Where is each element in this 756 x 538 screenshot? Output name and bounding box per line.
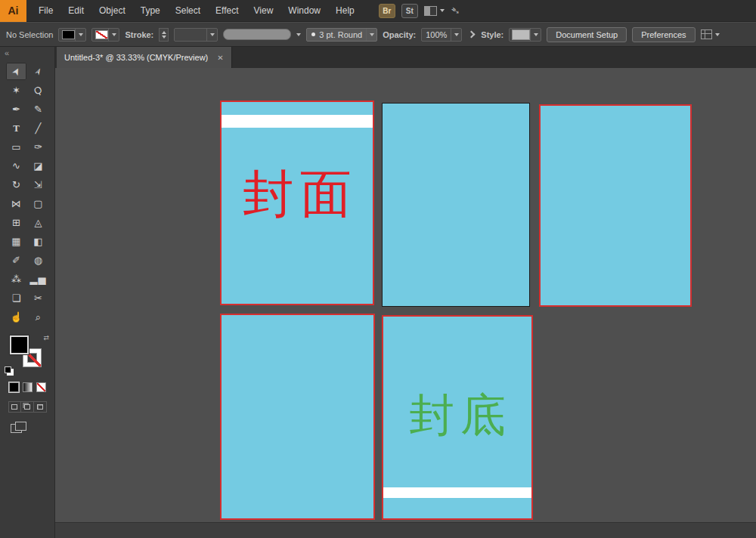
stroke-weight-dropdown[interactable]: [174, 28, 218, 42]
draw-behind-button[interactable]: [21, 401, 34, 413]
stroke-weight-caret: [206, 29, 217, 41]
document-tab[interactable]: Untitled-3* @ 33.33% (CMYK/Preview) ✕: [57, 47, 232, 68]
menu-file[interactable]: File: [31, 0, 60, 22]
gradient-button[interactable]: [23, 382, 33, 392]
share-icon[interactable]: ➴: [450, 3, 461, 18]
tool-width-tool[interactable]: ⋈: [6, 195, 26, 212]
direct-selection-tool-icon: ➢: [32, 66, 45, 78]
artboard-5[interactable]: 封底: [382, 315, 533, 520]
workspace-switcher[interactable]: [424, 6, 445, 16]
tool-mesh-tool[interactable]: ▦: [6, 233, 26, 250]
hand-tool-icon: ☝: [10, 312, 22, 322]
menu-effect[interactable]: Effect: [208, 0, 246, 22]
white-stripe-rect[interactable]: [222, 115, 373, 128]
tools-panel: « ➤➢✶Ϙ✒✎T╱▭✑∿◪↻⇲⋈▢⊞◬▦◧✐◍⁂▂▅❏✂☝⌕ ⇄: [0, 47, 55, 538]
artboard-3[interactable]: [539, 104, 692, 307]
menu-select[interactable]: Select: [168, 0, 208, 22]
default-fill-stroke-icon[interactable]: [5, 366, 11, 373]
curvature-tool-icon: ✎: [34, 104, 42, 114]
fill-color-dropdown[interactable]: [58, 28, 86, 42]
swap-fill-stroke-icon[interactable]: ⇄: [43, 334, 49, 342]
tool-gradient-tool[interactable]: ◧: [28, 233, 48, 250]
back-cover-text[interactable]: 封底: [383, 392, 531, 438]
tool-free-transform-tool[interactable]: ▢: [28, 195, 48, 212]
stroke-label: Stroke:: [125, 30, 153, 39]
artboard-1[interactable]: 封面: [220, 100, 374, 305]
tool-rotate-tool[interactable]: ↻: [6, 176, 26, 193]
gradient-tool-icon: ◧: [33, 237, 42, 246]
blend-tool-icon: ◍: [34, 255, 42, 265]
none-button[interactable]: [36, 382, 46, 392]
draw-inside-button[interactable]: [34, 401, 47, 413]
lasso-tool-icon: Ϙ: [33, 84, 44, 96]
menu-type[interactable]: Type: [133, 0, 168, 22]
preferences-button[interactable]: Preferences: [632, 27, 695, 42]
tool-paintbrush-tool[interactable]: ✑: [28, 138, 48, 156]
bridge-button[interactable]: Br: [379, 4, 395, 18]
tab-close-icon[interactable]: ✕: [217, 54, 223, 62]
rotate-tool-icon: ↻: [12, 180, 20, 190]
tool-hand-tool[interactable]: ☝: [6, 308, 26, 326]
stroke-weight-stepper[interactable]: [159, 28, 169, 42]
tool-eyedropper-tool[interactable]: ✐: [6, 252, 26, 269]
tool-column-graph-tool[interactable]: ▂▅: [28, 271, 48, 288]
tool-selection-tool[interactable]: ➤: [6, 63, 26, 80]
white-stripe-rect[interactable]: [383, 487, 531, 498]
cover-text[interactable]: 封面: [222, 169, 373, 220]
tool-slice-tool[interactable]: ✂: [28, 289, 48, 307]
opacity-caret: [451, 29, 461, 41]
stroke-none-swatch: [95, 30, 108, 39]
tool-curvature-tool[interactable]: ✎: [28, 100, 48, 118]
shaper-tool-icon: ∿: [12, 161, 20, 171]
style-dropdown[interactable]: [509, 28, 541, 42]
tool-direct-selection-tool[interactable]: ➢: [28, 63, 48, 80]
tool-line-tool[interactable]: ╱: [28, 119, 48, 137]
screen-mode-button[interactable]: [11, 422, 26, 432]
tool-zoom-tool[interactable]: ⌕: [28, 308, 48, 326]
column-graph-tool-icon: ▂▅: [30, 274, 47, 284]
tool-magic-wand-tool[interactable]: ✶: [6, 82, 26, 99]
stock-button[interactable]: St: [401, 4, 418, 18]
menu-window[interactable]: Window: [280, 0, 328, 22]
tool-blend-tool[interactable]: ◍: [28, 252, 48, 269]
tool-scale-tool[interactable]: ⇲: [28, 176, 48, 193]
opacity-dropdown[interactable]: 100%: [421, 28, 462, 42]
width-profile-preview[interactable]: [223, 29, 291, 40]
tool-perspective-grid-tool[interactable]: ◬: [28, 214, 48, 231]
menu-help[interactable]: Help: [328, 0, 362, 22]
tool-pen-tool[interactable]: ✒: [6, 100, 26, 118]
tool-symbol-sprayer-tool[interactable]: ⁂: [6, 271, 26, 288]
style-label: Style:: [481, 30, 503, 39]
stroke-color-dropdown[interactable]: [91, 28, 119, 42]
tool-rectangle-tool[interactable]: ▭: [6, 138, 26, 156]
horizontal-scrollbar[interactable]: [55, 522, 756, 538]
tool-artboard-tool[interactable]: ❏: [6, 289, 26, 307]
opacity-panel-arrow-icon[interactable]: [468, 31, 476, 39]
artboard-4[interactable]: [220, 314, 375, 520]
fill-color-swatch[interactable]: [10, 335, 29, 354]
brush-definition-dropdown[interactable]: 3 pt. Round: [306, 28, 377, 42]
tool-shape-builder-tool[interactable]: ⊞: [6, 214, 26, 231]
draw-normal-button[interactable]: [8, 401, 21, 413]
tool-type-tool[interactable]: T: [6, 119, 26, 137]
canvas[interactable]: 封面 封底: [55, 68, 756, 538]
menu-edit[interactable]: Edit: [60, 0, 91, 22]
toolbar-collapse-icon[interactable]: «: [0, 47, 54, 59]
paintbrush-tool-icon: ✑: [34, 142, 42, 152]
fill-swatch: [62, 30, 75, 39]
tool-eraser-tool[interactable]: ◪: [28, 157, 48, 175]
tools-grid: ➤➢✶Ϙ✒✎T╱▭✑∿◪↻⇲⋈▢⊞◬▦◧✐◍⁂▂▅❏✂☝⌕: [5, 62, 49, 326]
tool-lasso-tool[interactable]: Ϙ: [28, 82, 48, 99]
fill-dropdown-caret: [75, 29, 85, 41]
document-setup-button[interactable]: Document Setup: [547, 27, 627, 42]
color-button[interactable]: [9, 382, 19, 392]
opacity-label: Opacity:: [383, 30, 416, 39]
artboard-2-active[interactable]: [382, 103, 530, 307]
tool-shaper-tool[interactable]: ∿: [6, 157, 26, 175]
width-profile-caret[interactable]: [296, 33, 301, 36]
menu-view[interactable]: View: [246, 0, 281, 22]
eraser-tool-icon: ◪: [33, 161, 42, 171]
menu-object[interactable]: Object: [91, 0, 133, 22]
align-options[interactable]: [701, 29, 720, 39]
style-swatch: [512, 29, 530, 40]
